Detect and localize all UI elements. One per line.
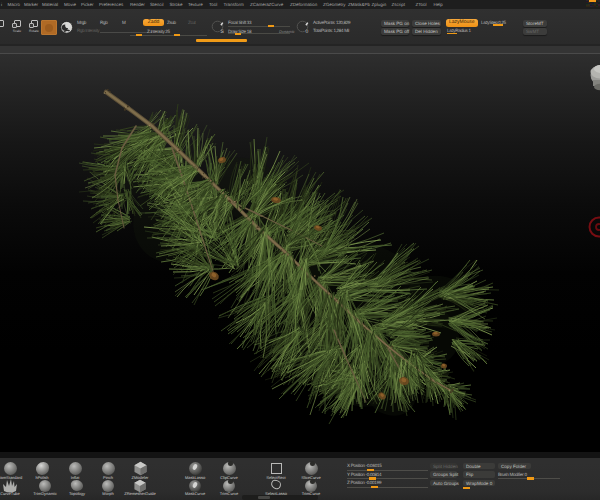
svg-text:0: 0: [306, 29, 309, 35]
svg-text:S: S: [221, 29, 225, 35]
